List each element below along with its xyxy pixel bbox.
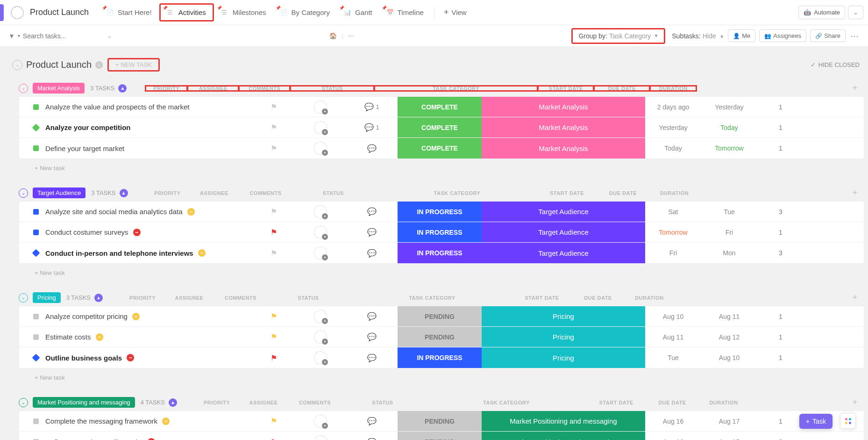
new-task-button[interactable]: + NEW TASK <box>107 58 160 72</box>
assignee-cell[interactable] <box>295 347 346 368</box>
due-date-cell[interactable]: Aug 10 <box>701 347 757 368</box>
task-row[interactable]: Outline business goals − ⚑ 💬 IN PROGRESS… <box>19 347 864 368</box>
comments-cell[interactable]: 💬 <box>346 327 398 347</box>
task-row[interactable]: Estimate costs − ⚑ 💬 PENDING Pricing Aug… <box>19 327 864 347</box>
assignee-cell[interactable] <box>295 97 346 117</box>
priority-cell[interactable]: ⚑ <box>253 432 295 440</box>
duration-cell[interactable]: 1 <box>757 222 804 242</box>
comments-cell[interactable]: 💬 <box>346 222 398 242</box>
start-date-cell[interactable]: Today <box>645 138 701 159</box>
task-title-cell[interactable]: Define your unique selling point − <box>19 438 253 440</box>
due-date-cell[interactable]: Fri <box>701 222 757 242</box>
chevron-down-icon[interactable]: ⌄ <box>107 32 112 39</box>
category-cell[interactable]: Market Analysis <box>482 138 645 159</box>
assignee-cell[interactable] <box>295 327 346 347</box>
status-cell[interactable]: PENDING <box>398 306 482 326</box>
col-duration[interactable]: DURATION <box>700 400 747 405</box>
status-cell[interactable]: IN PROGRESS <box>398 347 482 368</box>
priority-cell[interactable]: ⚑ <box>253 306 295 326</box>
tab-by-category[interactable]: 📌📄By Category <box>274 5 337 20</box>
group-collapse-toggle[interactable]: ⌄ <box>19 84 28 93</box>
group-badge[interactable]: Target Audience <box>33 188 85 198</box>
add-view-button[interactable]: +View <box>438 4 472 21</box>
group-badge[interactable]: Market Analysis <box>33 83 85 94</box>
assignee-cell[interactable] <box>295 117 346 137</box>
assignees-button[interactable]: 👥Assignees <box>759 29 806 42</box>
group-collapse-toggle[interactable]: ⌄ <box>19 188 28 198</box>
col-status[interactable]: STATUS <box>292 190 376 196</box>
add-column-button[interactable]: + <box>846 397 864 407</box>
category-cell[interactable]: Target Audience <box>482 222 645 242</box>
col-assignee[interactable]: ASSIGNEE <box>238 400 289 405</box>
task-row[interactable]: Define your target market ⚑ 💬 COMPLETE M… <box>19 138 864 159</box>
task-row[interactable]: Conduct in-person and telephone intervie… <box>19 243 864 263</box>
priority-cell[interactable]: ⚑ <box>253 243 295 263</box>
col-assignee[interactable]: ASSIGNEE <box>187 86 239 91</box>
automate-button[interactable]: 🤖Automate <box>798 6 845 19</box>
start-date-cell[interactable]: Aug 16 <box>645 411 701 431</box>
duration-cell[interactable]: 1 <box>757 411 804 431</box>
due-date-cell[interactable]: Tomorrow <box>701 138 757 159</box>
due-date-cell[interactable]: Aug 12 <box>701 327 757 347</box>
add-column-button[interactable]: + <box>846 188 864 198</box>
priority-cell[interactable]: ⚑ <box>253 411 295 431</box>
due-date-cell[interactable]: Yesterday <box>701 97 757 117</box>
sort-icon[interactable]: ▲ <box>118 84 127 93</box>
due-date-cell[interactable]: Mon <box>701 243 757 263</box>
due-date-cell[interactable]: Aug 11 <box>701 306 757 326</box>
tab-milestones[interactable]: 📌☰Milestones <box>215 5 273 20</box>
assignee-cell[interactable] <box>295 202 346 222</box>
tab-gantt[interactable]: 📌📊Gantt <box>337 5 379 20</box>
task-title-cell[interactable]: Analyze your competition <box>19 123 253 131</box>
me-button[interactable]: 👤Me <box>728 29 755 42</box>
tab-activities[interactable]: 📌☰Activities <box>159 3 214 22</box>
start-date-cell[interactable]: Yesterday <box>645 117 701 137</box>
home-icon[interactable]: 🏠 <box>329 32 337 39</box>
col-assignee[interactable]: ASSIGNEE <box>164 295 215 301</box>
duration-cell[interactable]: 1 <box>757 327 804 347</box>
duration-cell[interactable]: 3 <box>757 243 804 263</box>
start-date-cell[interactable]: Tomorrow <box>645 222 701 242</box>
col-priority[interactable]: PRIORITY <box>196 400 238 405</box>
category-cell[interactable]: Target Audience <box>482 202 645 222</box>
category-cell[interactable]: Market Analysis <box>482 97 645 117</box>
priority-cell[interactable]: ⚑ <box>253 222 295 242</box>
task-title-cell[interactable]: Conduct costumer surveys − <box>19 228 253 236</box>
assignee-cell[interactable] <box>295 432 346 440</box>
due-date-cell[interactable]: Tue <box>701 202 757 222</box>
col-comments[interactable]: COMMENTS <box>215 295 266 301</box>
status-cell[interactable]: IN PROGRESS <box>398 222 482 242</box>
assignee-cell[interactable] <box>295 243 346 263</box>
priority-cell[interactable]: ⚑ <box>253 97 295 117</box>
duration-cell[interactable]: 1 <box>757 306 804 326</box>
task-title-cell[interactable]: Define your target market <box>19 144 253 152</box>
new-task-inline[interactable]: + New task <box>19 368 864 381</box>
col-assignee[interactable]: ASSIGNEE <box>189 190 240 196</box>
start-date-cell[interactable]: Sat <box>645 202 701 222</box>
col-comments[interactable]: COMMENTS <box>240 190 292 196</box>
col-priority[interactable]: PRIORITY <box>121 295 164 301</box>
group-badge[interactable]: Pricing <box>33 292 61 303</box>
col-start[interactable]: START DATE <box>538 86 594 91</box>
comments-cell[interactable]: 💬 <box>346 306 398 326</box>
hide-closed-toggle[interactable]: ✓HIDE CLOSED <box>811 61 860 68</box>
col-category[interactable]: TASK CATEGORY <box>350 295 514 301</box>
tab-timeline[interactable]: 📌📅Timeline <box>380 5 430 20</box>
sort-icon[interactable]: ▲ <box>169 398 177 407</box>
start-date-cell[interactable]: Fri <box>645 243 701 263</box>
comments-cell[interactable]: 💬 <box>346 411 398 431</box>
priority-cell[interactable]: ⚑ <box>253 327 295 347</box>
col-due[interactable]: DUE DATE <box>594 86 650 91</box>
tab-start-here[interactable]: 📌📄Start Here! <box>100 5 158 20</box>
comments-cell[interactable]: 💬 <box>346 432 398 440</box>
status-cell[interactable]: COMPLETE <box>398 97 482 117</box>
duration-cell[interactable]: 3 <box>757 202 804 222</box>
col-category[interactable]: TASK CATEGORY <box>425 400 588 405</box>
col-priority[interactable]: PRIORITY <box>147 190 189 196</box>
start-date-cell[interactable]: Aug 12 <box>645 432 701 440</box>
status-cell[interactable]: PENDING <box>398 432 482 440</box>
col-start[interactable]: START DATE <box>588 400 644 405</box>
filter-caret-icon[interactable]: ▾ <box>18 33 20 38</box>
assignee-cell[interactable] <box>295 222 346 242</box>
info-icon[interactable]: i <box>95 61 103 69</box>
